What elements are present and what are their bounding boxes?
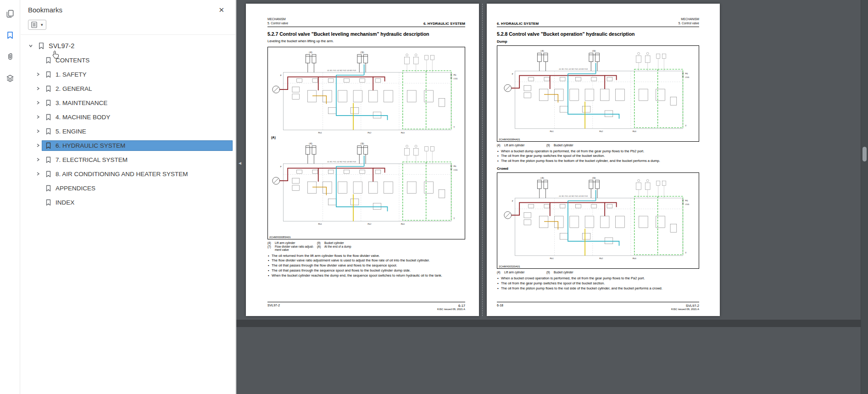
header-rule xyxy=(497,27,699,27)
bookmark-label: SVL97-2 xyxy=(49,42,74,50)
scrollbar-thumb[interactable] xyxy=(862,147,867,161)
bookmark-item-machine-body[interactable]: 4. MACHINE BODY xyxy=(21,110,235,124)
layers-button[interactable] xyxy=(2,71,18,86)
bookmark-icon xyxy=(45,142,51,149)
page-thumbnails-button[interactable] xyxy=(2,6,18,22)
close-panel-button[interactable]: ✕ xyxy=(217,6,226,14)
bullet: The oil that passes through the sequence… xyxy=(267,268,465,273)
bookmark-options-icon xyxy=(31,22,39,28)
chevron-right-icon[interactable] xyxy=(34,142,42,149)
bookmark-label: CONTENTS xyxy=(56,57,89,64)
legend-text: At the end of a dump xyxy=(324,245,351,251)
footer-issue: KiSC issued 09, 2021 A xyxy=(437,308,465,311)
bookmark-item-contents[interactable]: CONTENTS xyxy=(21,53,235,67)
bookmark-icon xyxy=(45,128,51,135)
chevron-right-icon[interactable] xyxy=(34,99,42,106)
bookmark-item-index[interactable]: INDEX xyxy=(21,195,235,209)
bullet: When a bucket dump operation is performe… xyxy=(497,149,699,154)
bookmark-label: 4. MACHINE BODY xyxy=(56,114,110,121)
bookmarks-panel: Bookmarks ✕ ▾ xyxy=(21,0,236,394)
hydraulic-figure-dump: 2CHMX00084A01 xyxy=(497,45,699,142)
hydraulic-schematic xyxy=(498,48,698,133)
bookmark-label: APPENDICES xyxy=(56,185,95,192)
section-title: 5.2.8 Control valve "Bucket operation" h… xyxy=(497,31,699,37)
figure-code: 2CHMX00083A01 xyxy=(269,236,291,239)
legend-number: (9) xyxy=(546,271,551,274)
legend-text: Lift arm cylinder xyxy=(275,241,295,244)
bookmark-item-electrical-system[interactable]: 7. ELECTRICAL SYSTEM xyxy=(21,153,235,166)
chevron-right-icon[interactable] xyxy=(34,156,42,163)
legend-number: (4) xyxy=(497,271,502,274)
hydraulic-schematic xyxy=(269,49,464,134)
attachments-button[interactable] xyxy=(2,49,18,65)
bookmark-item-hydraulic-system[interactable]: 6. HYDRAULIC SYSTEM xyxy=(21,139,235,152)
bullet: The oil from the piston pump flows to th… xyxy=(497,159,699,164)
options-menu-button[interactable]: ▾ xyxy=(28,20,46,30)
bookmark-item-air-conditioning[interactable]: 8. AIR CONDITIONING AND HEATER SYSTEM xyxy=(21,167,235,181)
bookmark-icon xyxy=(6,31,15,40)
chevron-right-icon[interactable] xyxy=(34,71,42,78)
bookmark-label: 3. MAINTENANCE xyxy=(56,100,107,106)
layers-icon xyxy=(6,74,15,83)
header-mechanism: MECHANISM xyxy=(267,17,288,22)
bullet: The oil from the gear pump switches the … xyxy=(497,154,699,159)
bookmark-item-appendices[interactable]: APPENDICES xyxy=(21,181,235,195)
bullet: The oil from the gear pump switches the … xyxy=(497,281,699,286)
bookmark-label: INDEX xyxy=(56,199,74,206)
bookmark-label: 8. AIR CONDITIONING AND HEATER SYSTEM xyxy=(56,171,188,178)
bookmark-label: 5. ENGINE xyxy=(56,128,86,135)
bookmark-item-maintenance[interactable]: 3. MAINTENANCE xyxy=(21,96,235,110)
subsection-heading-crowd: Crowd xyxy=(497,166,699,171)
bullet: The flow divider valve ratio adjustment … xyxy=(267,258,465,263)
chevron-right-icon[interactable] xyxy=(34,85,42,92)
next-page-gap xyxy=(236,320,861,327)
page-6-18: 6. HYDRAULIC SYSTEM MECHANISM 5. Control… xyxy=(487,4,720,316)
bookmark-icon xyxy=(45,185,51,192)
header-mechanism: MECHANISM xyxy=(679,17,699,22)
footer-page-number: 6-17 xyxy=(437,304,465,308)
header-section: 6. HYDRAULIC SYSTEM xyxy=(423,22,465,26)
bookmark-item-safety[interactable]: 1. SAFETY xyxy=(21,67,235,81)
collapse-panel-button[interactable]: ◄ xyxy=(238,158,244,167)
chevron-right-icon[interactable] xyxy=(34,113,42,121)
page-gap-divider xyxy=(482,4,483,316)
figure-legend: (4)Lift arm cylinder (9)Bucket cylinder xyxy=(497,144,699,147)
figure-legend: (4)Lift arm cylinder (9)Bucket cylinder xyxy=(497,271,699,274)
description-bullets: When a bucket crowd operation is perform… xyxy=(497,276,699,291)
hydraulic-schematic xyxy=(498,175,698,260)
bookmark-icon xyxy=(45,100,51,106)
footer-model: SVL97-2 xyxy=(671,304,699,308)
bookmarks-tree: SVL97-2 CONTENTS xyxy=(21,35,235,209)
page-spread: MECHANISM 5. Control valve 6. HYDRAULIC … xyxy=(246,4,720,316)
bookmark-label: 1. SAFETY xyxy=(56,71,87,78)
chevron-down-icon[interactable] xyxy=(27,42,34,50)
chevron-down-icon: ▾ xyxy=(41,22,43,27)
legend-number: (4) xyxy=(267,241,273,244)
description-bullets: When a bucket dump operation is performe… xyxy=(497,149,699,164)
legend-text: Lift arm cylinder xyxy=(504,144,524,147)
footer-model: SVL97-2 xyxy=(267,304,280,307)
bookmark-label: 6. HYDRAULIC SYSTEM xyxy=(56,142,125,149)
section-intro: Leveling the bucket when lifting up the … xyxy=(267,39,465,43)
legend-text: Flow divider valve ratio adjust- ment va… xyxy=(275,245,314,251)
vertical-scrollbar[interactable] xyxy=(861,0,868,394)
bookmark-label: 7. ELECTRICAL SYSTEM xyxy=(56,156,128,163)
page-thumbnails-icon xyxy=(6,9,15,18)
bookmark-icon xyxy=(45,171,51,178)
bookmark-label: 2. GENERAL xyxy=(56,85,92,92)
legend-number: (7) xyxy=(267,245,273,251)
page-footer: SVL97-2 6-17 KiSC issued 09, 2021 A xyxy=(267,302,465,311)
bookmark-item-general[interactable]: 2. GENERAL xyxy=(21,82,235,95)
hydraulic-figure: (A) 2CHMX00083A01 xyxy=(267,47,465,239)
document-viewer: ◄ MECHANISM 5. Control valve 6. HYDRAULI… xyxy=(236,0,861,394)
bookmarks-panel-button[interactable] xyxy=(2,28,18,43)
bookmark-item-engine[interactable]: 5. ENGINE xyxy=(21,124,235,138)
bookmark-icon xyxy=(45,199,51,206)
bookmark-icon xyxy=(45,114,51,121)
bookmark-item-svl97-2[interactable]: SVL97-2 xyxy=(21,39,235,53)
chevron-right-icon[interactable] xyxy=(34,128,42,135)
legend-text: Bucket cylinder xyxy=(554,271,573,274)
header-control-valve: 5. Control valve xyxy=(267,22,288,26)
subsection-heading-dump: Dump xyxy=(497,39,699,44)
chevron-right-icon[interactable] xyxy=(34,170,42,178)
